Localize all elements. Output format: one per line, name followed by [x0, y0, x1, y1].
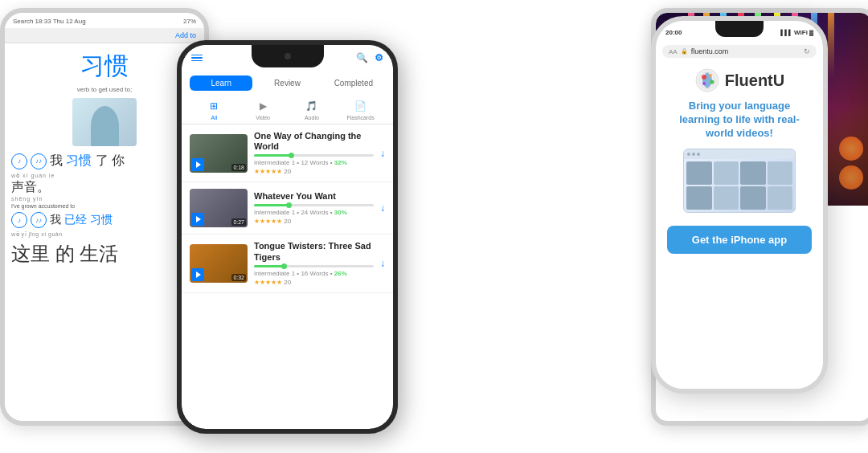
- fluent-logo: FluentU: [694, 67, 784, 93]
- tablet-pinyin2: shēng yīn: [11, 196, 198, 202]
- svg-point-3: [709, 74, 712, 77]
- cat-video[interactable]: ▶ Video: [239, 99, 288, 120]
- tablet-chinese-header: 习惯: [11, 50, 198, 83]
- tablet-left-content: 习惯 verb to get used to; ♪ ♪♪ 我 习惯 了 你 wǒ…: [5, 43, 204, 421]
- svg-point-4: [710, 80, 714, 84]
- progress-bar-3: [254, 265, 374, 267]
- audio-button-2[interactable]: ♪♪: [31, 153, 47, 169]
- aa-label: AA: [669, 48, 678, 55]
- fluentu-tagline: Bring your language learning to life wit…: [667, 100, 812, 141]
- filter-icon[interactable]: ⚙: [375, 52, 383, 63]
- cat-audio-label: Audio: [305, 115, 319, 120]
- tablet-left-toolbar[interactable]: Add to: [5, 28, 204, 43]
- bar-circle-2: [839, 165, 863, 190]
- cat-all-label: All: [211, 115, 217, 120]
- video-thumb-1: 0:18: [190, 134, 248, 173]
- video-info-2: Whatever You Want Intermediate 1 • 24 Wo…: [254, 191, 374, 225]
- download-icon-3[interactable]: ↓: [380, 258, 385, 269]
- phone-tabs: Learn Review Completed: [182, 71, 393, 96]
- tablet-big-chinese: 这里 的 生活: [11, 241, 198, 267]
- wifi-icon: WiFi: [794, 29, 808, 36]
- tab-completed[interactable]: Completed: [322, 76, 385, 91]
- grid-icon: ⊞: [205, 99, 223, 113]
- screenshot-grid: [684, 159, 795, 212]
- battery-icon: ▓: [809, 30, 813, 35]
- tablet-definition: verb to get used to;: [11, 86, 198, 93]
- download-icon-1[interactable]: ↓: [380, 148, 385, 159]
- progress-fill-2: [254, 204, 290, 206]
- get-iphone-app-button[interactable]: Get the iPhone app: [667, 226, 812, 254]
- tablet-line2: 声音。: [11, 179, 198, 196]
- refresh-icon[interactable]: ↻: [804, 47, 810, 55]
- download-icon-2[interactable]: ↓: [380, 202, 385, 214]
- video-card-3[interactable]: 0:32 Tongue Twisters: Three Sad Tigers I…: [182, 235, 393, 292]
- audio-button-4[interactable]: ♪♪: [31, 212, 47, 228]
- cat-flashcards[interactable]: 📄 Flashcards: [336, 99, 385, 120]
- tablet-pinyin1: wǒ xí guàn le: [11, 173, 198, 179]
- cat-audio[interactable]: 🎵 Audio: [288, 99, 337, 120]
- phone-right: 20:00 ▌▌▌ WiFi ▓ AA 🔒 fluentu.com ↻: [651, 16, 828, 394]
- lock-icon: 🔒: [681, 48, 688, 55]
- tablet-left-status-left: Search 18:33 Thu 12 Aug: [13, 18, 86, 25]
- progress-fill-3: [254, 265, 285, 267]
- tablet-left-add-to[interactable]: Add to: [175, 31, 196, 39]
- progress-bar-1: [254, 154, 374, 157]
- video-thumb-2: 0:27: [190, 189, 248, 227]
- cat-video-label: Video: [256, 115, 270, 120]
- svg-point-2: [702, 75, 706, 80]
- play-button-1[interactable]: [191, 158, 204, 171]
- video-title-2: Whatever You Want: [254, 191, 374, 202]
- video-meta-3: Intermediate 1 • 16 Words • 26%: [254, 270, 374, 277]
- search-icon[interactable]: 🔍: [356, 52, 368, 63]
- video-stars-2: ★★★★★ 20: [254, 218, 374, 225]
- video-title-1: One Way of Changing the World: [254, 131, 374, 152]
- tablet-translation: I've grown accustomed to: [11, 203, 198, 209]
- flashcard-icon: 📄: [352, 99, 370, 113]
- fluent-screenshot: [683, 149, 796, 213]
- video-thumb-3: 0:32: [190, 244, 248, 283]
- tablet-pinyin3: wǒ yǐ jīng xí guàn: [11, 231, 198, 238]
- tablet-line1: 我 习惯 了 你: [50, 153, 125, 169]
- url-text: fluentu.com: [691, 47, 729, 55]
- address-left: AA 🔒 fluentu.com: [669, 47, 728, 55]
- bar-circles: [839, 137, 863, 190]
- audio-icon: 🎵: [303, 99, 321, 113]
- phone-right-time: 20:00: [665, 29, 682, 36]
- video-info-3: Tongue Twisters: Three Sad Tigers Interm…: [254, 241, 374, 285]
- tablet-audio-row2: ♪ ♪♪ 我 已经 习惯: [11, 212, 198, 228]
- audio-button-3[interactable]: ♪: [11, 212, 27, 228]
- tablet-image: [72, 98, 137, 146]
- address-bar[interactable]: AA 🔒 fluentu.com ↻: [662, 45, 817, 58]
- video-stars-1: ★★★★★ 20: [254, 168, 374, 175]
- video-card-1[interactable]: 0:18 One Way of Changing the World Inter…: [182, 124, 393, 182]
- progress-bar-2: [254, 204, 374, 206]
- audio-button-1[interactable]: ♪: [11, 153, 27, 169]
- svg-point-5: [702, 82, 706, 85]
- tablet-left-status-right: 27%: [183, 18, 196, 25]
- video-icon: ▶: [254, 99, 272, 113]
- phone-categories: ⊞ All ▶ Video 🎵 Audio 📄 Flashcards: [182, 96, 393, 124]
- tablet-audio-row1: ♪ ♪♪ 我 习惯 了 你: [11, 153, 198, 169]
- phone-center: Browse 🔍 ⚙ Learn Review Completed ⊞ All …: [177, 40, 398, 434]
- video-meta-1: Intermediate 1 • 12 Words • 32%: [254, 159, 374, 166]
- play-button-3[interactable]: [191, 268, 204, 281]
- cat-flashcards-label: Flashcards: [347, 115, 375, 120]
- phone-center-notch: [252, 45, 324, 67]
- video-stars-3: ★★★★★ 20: [254, 279, 374, 286]
- play-button-2[interactable]: [191, 213, 204, 226]
- status-icons: ▌▌▌ WiFi ▓: [780, 29, 813, 36]
- hamburger-icon[interactable]: [191, 55, 203, 62]
- video-meta-2: Intermediate 1 • 24 Words • 30%: [254, 209, 374, 216]
- video-time-1: 0:18: [231, 164, 246, 171]
- video-time-3: 0:32: [231, 274, 246, 281]
- tab-review[interactable]: Review: [256, 76, 318, 91]
- phone-right-content: FluentU Bring your language learning to …: [656, 59, 823, 389]
- tablet-line3: 我 已经 习惯: [50, 213, 113, 227]
- cat-all[interactable]: ⊞ All: [190, 99, 239, 120]
- fluentu-logo-icon: [694, 67, 720, 93]
- video-time-2: 0:27: [231, 218, 246, 226]
- tab-learn[interactable]: Learn: [190, 76, 252, 91]
- video-card-2[interactable]: 0:27 Whatever You Want Intermediate 1 • …: [182, 182, 393, 235]
- phone-right-notch: [715, 21, 764, 37]
- tablet-left-statusbar: Search 18:33 Thu 12 Aug 27%: [5, 13, 204, 28]
